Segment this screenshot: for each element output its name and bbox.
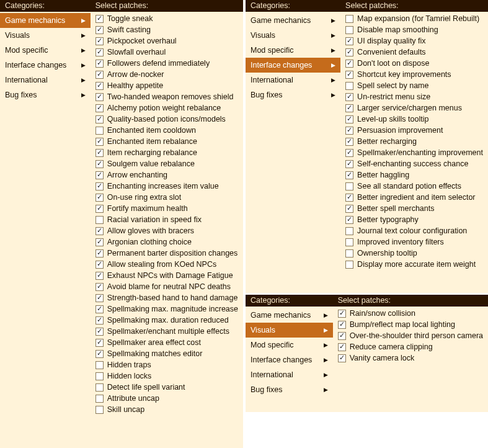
category-item-in[interactable]: International▶ — [246, 73, 340, 87]
patch-item-better-typography[interactable]: Better typography — [340, 214, 488, 225]
category-item-ic[interactable]: Interface changes▶ — [246, 58, 340, 73]
checkbox[interactable] — [345, 127, 353, 135]
checkbox[interactable] — [345, 194, 353, 202]
patch-item-allow-stealing-from-koed-npcs[interactable]: Allow stealing from KOed NPCs — [91, 259, 243, 270]
patch-item-larger-service-chargen-menus[interactable]: Larger service/chargen menus — [340, 102, 488, 114]
patch-item-healthy-appetite[interactable]: Healthy appetite — [91, 80, 243, 91]
category-item-in[interactable]: International▶ — [246, 367, 333, 382]
patch-item-attribute-uncap[interactable]: Attribute uncap — [91, 393, 243, 404]
checkbox[interactable] — [338, 310, 346, 318]
checkbox[interactable] — [338, 321, 346, 329]
checkbox[interactable] — [345, 227, 353, 235]
checkbox[interactable] — [95, 305, 104, 313]
checkbox[interactable] — [345, 249, 353, 258]
checkbox[interactable] — [345, 93, 353, 101]
patch-item-enchanted-item-cooldown[interactable]: Enchanted item cooldown — [91, 125, 243, 136]
patch-item-spell-select-by-name[interactable]: Spell select by name — [340, 80, 488, 91]
category-item-vi[interactable]: Visuals▶ — [246, 28, 340, 43]
patch-item-exhaust-npcs-with-damage-fatigue[interactable]: Exhaust NPCs with Damage Fatigue — [91, 270, 243, 281]
patch-item-vanity-camera-lock[interactable]: Vanity camera lock — [333, 352, 488, 364]
checkbox[interactable] — [345, 138, 353, 146]
checkbox[interactable] — [345, 216, 353, 224]
checkbox[interactable] — [345, 115, 353, 123]
checkbox[interactable] — [95, 261, 104, 269]
patch-item-self-enchanting-success-chance[interactable]: Self-enchanting success chance — [340, 158, 488, 169]
checkbox[interactable] — [345, 160, 353, 168]
checkbox[interactable] — [95, 104, 104, 112]
checkbox[interactable] — [95, 272, 104, 280]
checkbox[interactable] — [95, 194, 104, 202]
patch-item-detect-life-spell-variant[interactable]: Detect life spell variant — [91, 382, 243, 393]
checkbox[interactable] — [95, 328, 104, 336]
checkbox[interactable] — [95, 383, 104, 392]
category-item-gm[interactable]: Game mechanics▶ — [246, 13, 340, 28]
patch-item-enchanted-item-rebalance[interactable]: Enchanted item rebalance — [91, 136, 243, 147]
category-item-gm[interactable]: Game mechanics▶ — [246, 308, 333, 323]
checkbox[interactable] — [95, 283, 104, 291]
checkbox[interactable] — [345, 48, 353, 56]
patch-item-spellmaking-max-duration-reduced[interactable]: Spellmaking max. duration reduced — [91, 315, 243, 326]
patch-item-arrow-de-nocker[interactable]: Arrow de-nocker — [91, 69, 243, 80]
checkbox[interactable] — [95, 26, 104, 34]
patch-item-bump-reflect-map-local-lighting[interactable]: Bump/reflect map local lighting — [333, 319, 488, 330]
category-item-vi[interactable]: Visuals▶ — [246, 323, 333, 338]
checkbox[interactable] — [95, 182, 104, 190]
checkbox[interactable] — [345, 37, 353, 45]
checkbox[interactable] — [345, 26, 353, 34]
patch-item-reduce-camera-clipping[interactable]: Reduce camera clipping — [333, 341, 488, 352]
checkbox[interactable] — [95, 48, 104, 56]
checkbox[interactable] — [338, 343, 346, 351]
checkbox[interactable] — [95, 361, 104, 369]
checkbox[interactable] — [345, 71, 353, 79]
checkbox[interactable] — [95, 350, 104, 358]
checkbox[interactable] — [345, 82, 353, 90]
checkbox[interactable] — [95, 216, 104, 224]
patch-item-ui-display-quality-fix[interactable]: UI display quality fix — [340, 35, 488, 47]
category-item-ms[interactable]: Mod specific▶ — [0, 43, 91, 58]
patch-item-map-expansion-for-tamriel-rebuilt[interactable]: Map expansion (for Tamriel Rebuilt) — [340, 13, 488, 24]
patch-item-spellmaking-matches-editor[interactable]: Spellmaking matches editor — [91, 348, 243, 359]
patch-item-spellmaker-enchanting-improvement[interactable]: Spellmaker/enchanting improvement — [340, 147, 488, 158]
checkbox[interactable] — [95, 37, 104, 45]
category-item-vi[interactable]: Visuals▶ — [0, 28, 91, 43]
patch-item-swift-casting[interactable]: Swift casting — [91, 24, 243, 35]
checkbox[interactable] — [95, 406, 104, 414]
patch-item-journal-text-colour-configuration[interactable]: Journal text colour configuration — [340, 225, 488, 236]
checkbox[interactable] — [345, 60, 353, 68]
patch-item-pickpocket-overhaul[interactable]: Pickpocket overhaul — [91, 35, 243, 47]
patch-item-on-use-ring-extra-slot[interactable]: On-use ring extra slot — [91, 192, 243, 203]
checkbox[interactable] — [95, 238, 104, 246]
patch-item-soulgem-value-rebalance[interactable]: Soulgem value rebalance — [91, 158, 243, 169]
patch-item-level-up-skills-tooltip[interactable]: Level-up skills tooltip — [340, 114, 488, 125]
checkbox[interactable] — [345, 104, 353, 112]
patch-item-avoid-blame-for-neutral-npc-deaths[interactable]: Avoid blame for neutral NPC deaths — [91, 281, 243, 292]
patch-item-toggle-sneak[interactable]: Toggle sneak — [91, 13, 243, 24]
checkbox[interactable] — [345, 238, 353, 246]
checkbox[interactable] — [95, 249, 104, 258]
checkbox[interactable] — [95, 82, 104, 90]
patch-item-display-more-accurate-item-weight[interactable]: Display more accurate item weight — [340, 259, 488, 270]
checkbox[interactable] — [345, 149, 353, 157]
patch-item-see-all-standard-potion-effects[interactable]: See all standard potion effects — [340, 181, 488, 192]
checkbox[interactable] — [95, 205, 104, 213]
checkbox[interactable] — [95, 395, 104, 403]
patch-item-over-the-shoulder-third-person-camera[interactable]: Over-the-shoulder third person camera — [333, 330, 488, 341]
patch-item-strength-based-hand-to-hand-damage[interactable]: Strength-based hand to hand damage — [91, 292, 243, 303]
patch-item-enchanting-increases-item-value[interactable]: Enchanting increases item value — [91, 181, 243, 192]
category-item-bf[interactable]: Bug fixes▶ — [0, 87, 91, 102]
patch-item-un-restrict-menu-size[interactable]: Un-restrict menu size — [340, 91, 488, 102]
checkbox[interactable] — [95, 339, 104, 347]
patch-item-alchemy-potion-weight-rebalance[interactable]: Alchemy potion weight rebalance — [91, 102, 243, 114]
checkbox[interactable] — [345, 15, 353, 23]
category-item-in[interactable]: International▶ — [0, 73, 91, 87]
patch-item-spellmaker-area-effect-cost[interactable]: Spellmaker area effect cost — [91, 337, 243, 348]
category-item-ic[interactable]: Interface changes▶ — [0, 58, 91, 73]
category-item-bf[interactable]: Bug fixes▶ — [246, 382, 333, 397]
category-item-ms[interactable]: Mod specific▶ — [246, 43, 340, 58]
checkbox[interactable] — [95, 149, 104, 157]
patch-item-arrow-enchanting[interactable]: Arrow enchanting — [91, 169, 243, 181]
patch-item-racial-variation-in-speed-fix[interactable]: Racial variation in speed fix — [91, 214, 243, 225]
patch-item-persuasion-improvement[interactable]: Persuasion improvement — [340, 125, 488, 136]
patch-item-don-t-loot-on-dispose[interactable]: Don't loot on dispose — [340, 58, 488, 69]
checkbox[interactable] — [95, 138, 104, 146]
